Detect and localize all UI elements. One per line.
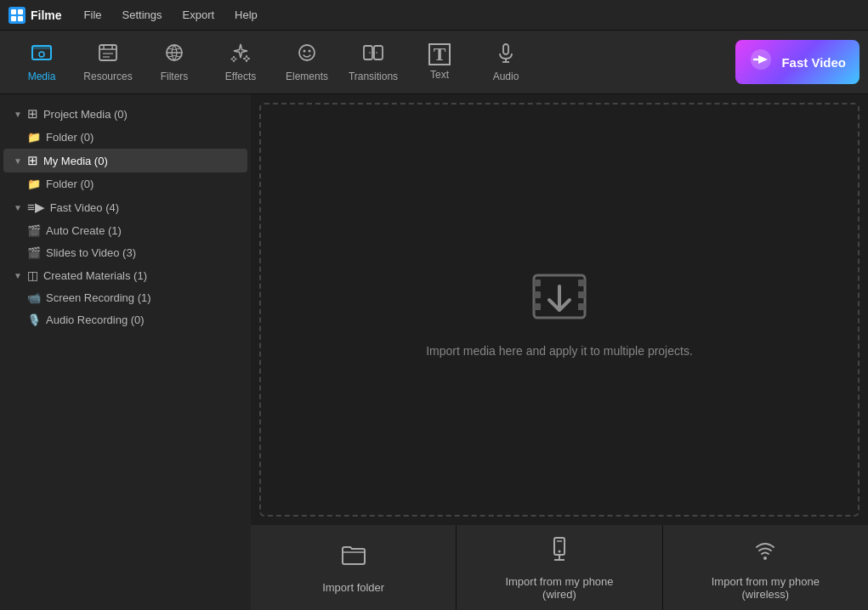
fast-video-icon — [749, 48, 773, 76]
import-actions: Import folder Import from my phone (wire… — [251, 525, 868, 610]
wifi-icon — [752, 535, 779, 568]
sidebar-label-created-materials: Created Materials (1) — [43, 269, 147, 282]
folder-icon: 📁 — [27, 178, 41, 190]
svg-rect-1 — [32, 46, 51, 49]
drop-zone-text: Import media here and apply it to multip… — [426, 344, 693, 358]
svg-point-13 — [309, 50, 311, 53]
mic-icon: 🎙️ — [27, 313, 41, 326]
sidebar-item-audio-recording[interactable]: 🎙️ Audio Recording (0) — [3, 309, 247, 330]
sidebar-item-fast-video[interactable]: ▼ ≡▶ Fast Video (4) — [3, 195, 247, 219]
phone-wired-icon — [546, 535, 573, 568]
svg-rect-14 — [364, 46, 372, 59]
elements-icon — [296, 42, 318, 67]
menu-file[interactable]: File — [76, 5, 111, 25]
svg-point-12 — [304, 50, 306, 53]
sidebar-label-my-media: My Media (0) — [43, 155, 108, 167]
tab-media-label: Media — [28, 71, 56, 82]
svg-rect-29 — [578, 303, 585, 310]
sidebar-item-slides-to-video[interactable]: 🎬 Slides to Video (3) — [3, 242, 247, 263]
sidebar-item-created-materials[interactable]: ▼ ◫ Created Materials (1) — [3, 264, 247, 286]
folder-icon: 📁 — [27, 131, 41, 144]
content-area: Import media here and apply it to multip… — [251, 94, 868, 610]
tab-transitions[interactable]: Transitions — [340, 33, 406, 91]
tab-audio-label: Audio — [493, 71, 519, 82]
drop-zone[interactable]: Import media here and apply it to multip… — [259, 103, 859, 517]
import-wireless-button[interactable]: Import from my phone (wireless) — [663, 525, 868, 610]
film-icon: 🎬 — [27, 224, 41, 237]
svg-point-2 — [39, 52, 44, 57]
sidebar-label-slides-to-video: Slides to Video (3) — [46, 246, 136, 259]
app-title: Filme — [31, 8, 62, 22]
audio-icon — [495, 42, 517, 67]
sidebar: ▼ ⊞ Project Media (0) 📁 Folder (0) ▼ ⊞ M… — [0, 94, 251, 610]
svg-rect-27 — [578, 280, 585, 286]
arrow-icon: ▼ — [14, 156, 22, 166]
sidebar-label-project-folder: Folder (0) — [46, 131, 94, 144]
title-bar: Filme File Settings Export Help — [0, 0, 868, 31]
tab-filters-label: Filters — [161, 71, 189, 82]
sidebar-item-my-folder[interactable]: 📁 Folder (0) — [3, 173, 247, 195]
menu-export[interactable]: Export — [174, 5, 224, 25]
sidebar-label-my-folder: Folder (0) — [46, 178, 94, 190]
svg-point-36 — [558, 550, 560, 552]
tab-text-label: Text — [430, 69, 449, 81]
arrow-icon: ▼ — [14, 271, 22, 280]
menu-settings[interactable]: Settings — [114, 5, 171, 25]
arrow-icon: ▼ — [14, 110, 22, 119]
tab-elements[interactable]: Elements — [274, 33, 340, 91]
grid-icon: ⊞ — [27, 153, 38, 168]
fast-video-sidebar-icon: ≡▶ — [27, 200, 45, 215]
arrow-icon: ▼ — [14, 203, 22, 212]
svg-rect-3 — [99, 45, 116, 60]
svg-rect-15 — [374, 46, 383, 59]
tab-resources[interactable]: Resources — [75, 33, 141, 91]
sidebar-label-auto-create: Auto Create (1) — [46, 224, 122, 237]
logo-icon — [9, 7, 26, 24]
svg-rect-28 — [578, 291, 585, 298]
menu-bar: File Settings Export Help — [76, 5, 266, 25]
camera-icon: 📹 — [27, 291, 41, 304]
text-icon: T — [428, 43, 451, 65]
import-wired-label: Import from my phone (wired) — [505, 575, 613, 601]
sidebar-label-project-media: Project Media (0) — [43, 108, 128, 121]
import-wired-button[interactable]: Import from my phone (wired) — [457, 525, 661, 610]
sidebar-item-project-folder[interactable]: 📁 Folder (0) — [3, 127, 247, 148]
import-icon — [525, 263, 593, 330]
import-folder-label: Import folder — [322, 581, 384, 594]
svg-rect-24 — [534, 280, 541, 286]
sidebar-item-project-media[interactable]: ▼ ⊞ Project Media (0) — [3, 102, 247, 126]
sidebar-label-audio-recording: Audio Recording (0) — [46, 313, 145, 326]
sidebar-label-screen-recording: Screen Recording (1) — [46, 291, 151, 304]
svg-rect-26 — [534, 303, 541, 310]
app-logo: Filme — [9, 7, 62, 24]
tab-elements-label: Elements — [286, 71, 328, 82]
tab-transitions-label: Transitions — [349, 71, 398, 82]
svg-point-11 — [299, 45, 315, 60]
folder-open-icon — [340, 541, 367, 574]
import-folder-button[interactable]: Import folder — [251, 525, 456, 610]
sidebar-item-screen-recording[interactable]: 📹 Screen Recording (1) — [3, 287, 247, 308]
fast-video-label: Fast Video — [781, 55, 846, 70]
svg-rect-25 — [534, 291, 541, 298]
menu-help[interactable]: Help — [226, 5, 266, 25]
sidebar-item-my-media[interactable]: ▼ ⊞ My Media (0) — [3, 149, 247, 172]
transitions-icon — [362, 42, 384, 67]
import-wireless-label: Import from my phone (wireless) — [712, 575, 820, 601]
grid-icon: ⊞ — [27, 106, 38, 121]
sidebar-item-auto-create[interactable]: 🎬 Auto Create (1) — [3, 220, 247, 241]
tab-text[interactable]: T Text — [406, 33, 473, 91]
tab-effects[interactable]: Effects — [207, 33, 274, 91]
tab-filters[interactable]: Filters — [141, 33, 207, 91]
tab-media[interactable]: Media — [9, 33, 75, 91]
tab-effects-label: Effects — [225, 71, 256, 82]
media-icon — [31, 42, 53, 67]
filters-icon — [163, 42, 185, 67]
svg-point-37 — [763, 556, 767, 560]
main-content: ▼ ⊞ Project Media (0) 📁 Folder (0) ▼ ⊞ M… — [0, 94, 868, 610]
tab-resources-label: Resources — [83, 71, 132, 82]
tab-audio[interactable]: Audio — [473, 33, 539, 91]
resources-icon — [97, 42, 119, 67]
effects-icon — [230, 42, 252, 67]
svg-rect-17 — [503, 44, 508, 54]
fast-video-button[interactable]: Fast Video — [735, 40, 859, 84]
